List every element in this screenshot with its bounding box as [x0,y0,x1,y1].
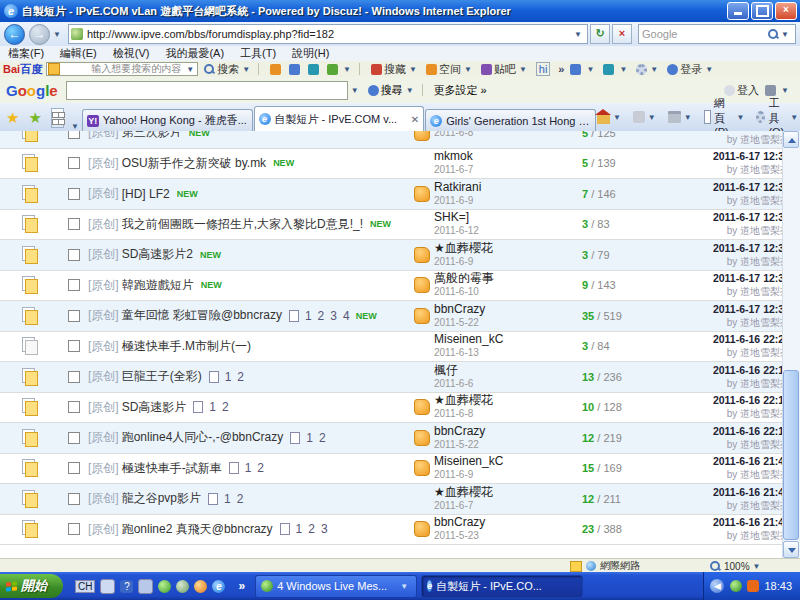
page-link[interactable]: 2 [222,400,229,414]
lastpost-time[interactable]: 2011-6-16 22:18 [662,425,790,438]
author-name[interactable]: bbnCrazy [434,516,582,529]
page-link[interactable]: 2 [257,461,264,475]
quicklaunch-ie-icon[interactable]: e [212,580,225,593]
baidu-plus-icon[interactable]: ▼ [570,64,597,75]
search-box[interactable]: Google ▼ [638,24,796,44]
keyboard-icon[interactable] [100,579,115,594]
feeds-button[interactable]: ▼ [633,111,659,123]
refresh-button[interactable]: ↻ [590,24,610,44]
menu-item[interactable]: 編輯(E) [52,46,105,61]
lastpost-time[interactable]: 2011-6-17 12:32 [662,303,790,316]
minimize-button[interactable] [727,2,749,20]
lastpost-author[interactable]: by 道地雪梨茶 [662,224,790,237]
tab-list-dropdown-icon[interactable]: ▼ [71,122,79,131]
thread-title-link[interactable]: 極速快車手-試新車 [122,460,222,477]
baidu-web-icon[interactable]: ▼ [327,64,354,75]
quicklaunch-overflow-icon[interactable]: » [238,579,245,593]
tab-close-icon[interactable]: ✕ [411,114,419,125]
scroll-up-button[interactable] [783,131,799,148]
messenger-tray-icon[interactable] [730,580,742,592]
zoom-control[interactable]: 100% ▼ [710,561,800,572]
thread-title-link[interactable]: 第三次影片 [122,131,182,141]
thread-checkbox[interactable] [68,523,80,535]
scrollbar-thumb[interactable] [783,370,799,540]
search-dropdown-icon[interactable]: ▼ [781,30,789,39]
page-link[interactable]: 1 [245,461,252,475]
google-input-dropdown-icon[interactable]: ▼ [351,86,359,95]
thread-checkbox[interactable] [68,249,80,261]
url-dropdown-icon[interactable]: ▼ [574,30,582,39]
google-wrench-icon[interactable]: ▼ [765,85,792,96]
page-link[interactable]: 3 [330,309,337,323]
url-box[interactable]: http://www.ipve.com/bbs/forumdisplay.php… [68,24,588,44]
back-button[interactable]: ← [4,24,25,45]
menu-item[interactable]: 工具(T) [232,46,284,61]
baidu-settings-icon[interactable]: ▼ [636,64,661,75]
maximize-button[interactable] [751,2,773,20]
thread-title-link[interactable]: 極速快車手.M市制片(一) [122,338,251,355]
lastpost-author[interactable]: by 道地雪梨茶 [662,438,790,451]
author-name[interactable]: bbnCrazy [434,425,582,438]
add-favorite-icon[interactable]: ★ [28,109,41,127]
thread-checkbox[interactable] [68,401,80,413]
browser-tab[interactable]: e自製短片 - IPvE.COM v...✕ [254,106,425,131]
taskbar-button[interactable]: e自製短片 - IPvE.CO... [421,575,583,598]
page-link[interactable]: 2 [308,522,315,536]
page-link[interactable]: 1 [305,309,312,323]
author-name[interactable]: bbnCrazy [434,303,582,316]
author-name[interactable]: ★血葬櫻花 [434,242,582,255]
lastpost-time[interactable]: 2011-6-16 22:18 [662,394,790,407]
favorites-star-icon[interactable]: ★ [6,109,19,127]
browser-tab[interactable]: Y!Yahoo! Hong Kong - 雅虎香... [82,109,253,131]
lastpost-author[interactable]: by 道地雪梨茶 [662,499,790,512]
thread-title-link[interactable]: 龍之谷pvp影片 [122,490,201,507]
lastpost-author[interactable]: by 道地雪梨茶 [662,468,790,481]
page-link[interactable]: 2 [237,492,244,506]
thread-checkbox[interactable] [68,493,80,505]
browser-tab[interactable]: eGirls' Generation 1st Hong Ko... [425,109,596,131]
thread-title-link[interactable]: SD高速影片 [122,399,187,416]
page-link[interactable]: 3 [321,522,328,536]
zoom-dropdown-icon[interactable]: ▼ [753,562,761,571]
lastpost-author[interactable]: by 道地雪梨茶 [662,285,790,298]
quicklaunch-app3-icon[interactable] [194,580,207,593]
vertical-scrollbar[interactable] [782,131,800,558]
baidu-search-button[interactable]: 搜索▼ [204,62,253,77]
page-link[interactable]: 2 [237,370,244,384]
show-desktop-icon[interactable] [138,579,153,594]
thread-title-link[interactable]: 跑online4人同心-,-@bbnCrazy [122,429,284,446]
lastpost-time[interactable]: 2011-6-17 12:33 [662,272,790,285]
author-name[interactable]: SHK=] [434,211,582,224]
baidu-collect-button[interactable]: 搜藏▼ [371,62,420,77]
lastpost-time[interactable]: 2011-6-16 22:19 [662,364,790,377]
thread-checkbox[interactable] [68,340,80,352]
google-more-settings[interactable]: 更多設定 » [434,83,487,98]
page-link[interactable]: 1 [209,400,216,414]
thread-checkbox[interactable] [68,462,80,474]
baidu-overflow-icon[interactable]: » [558,63,564,75]
page-link[interactable]: 1 [224,492,231,506]
thread-title-link[interactable]: 我之前個團既一條招生片,大家入黎比D意見!_! [122,216,363,233]
thread-title-link[interactable]: 童年回憶 彩虹冒險@bbncrazy [122,307,282,324]
lastpost-author[interactable]: by 道地雪梨茶 [662,194,790,207]
thread-checkbox[interactable] [68,432,80,444]
quick-tabs-icon[interactable] [51,108,64,128]
thread-title-link[interactable]: [HD] LF2 [122,187,170,201]
menu-item[interactable]: 說明(H) [284,46,337,61]
thread-title-link[interactable]: 跑online2 真飛天@bbncrazy [122,521,273,538]
thread-checkbox[interactable] [68,218,80,230]
author-name[interactable]: mkmok [434,150,582,163]
menu-item[interactable]: 檔案(F) [0,46,52,61]
lastpost-author[interactable]: by 道地雪梨茶 [662,346,790,359]
page-link[interactable]: 2 [319,431,326,445]
thread-title-link[interactable]: SD高速影片2 [122,246,193,263]
baidu-image-icon[interactable] [270,64,283,75]
baidu-input-dropdown-icon[interactable]: ▼ [186,65,194,74]
author-name[interactable]: 萬般的霉事 [434,272,582,285]
close-button[interactable]: × [775,2,797,20]
thread-checkbox[interactable] [68,188,80,200]
baidu-tieba-button[interactable]: 贴吧▼ [481,62,530,77]
language-indicator[interactable]: CH [75,580,95,593]
lastpost-time[interactable]: 2011-6-16 22:20 [662,333,790,346]
baidu-space-button[interactable]: 空间▼ [426,62,475,77]
